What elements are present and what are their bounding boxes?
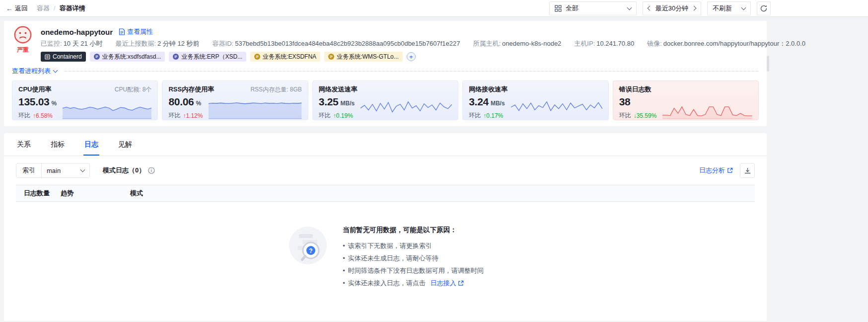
refresh-button[interactable] — [757, 1, 771, 15]
metric-card-network-receive[interactable]: 网络接收速率 3.24 MB/s 环比 ↑0.17% — [462, 80, 608, 120]
download-button[interactable] — [740, 163, 755, 178]
stat-monitored-duration: 已监控:10 天 21 小时 — [41, 39, 102, 48]
metric-unit: MB/s — [491, 100, 505, 107]
delta-label: 环比 — [18, 111, 30, 120]
business-system-tag[interactable]: 业务系统:xsdfsdfasd... — [90, 52, 165, 62]
container-icon — [45, 54, 50, 60]
add-tag-button[interactable]: + — [407, 52, 416, 61]
info-icon[interactable] — [148, 167, 155, 174]
time-prev-icon[interactable] — [648, 6, 652, 11]
column-header-pattern[interactable]: 模式 — [130, 189, 755, 198]
delta-value: ↑1.12% — [183, 112, 203, 119]
back-label: 返回 — [15, 4, 28, 13]
scrollbar-thumb[interactable] — [767, 56, 769, 72]
stat-host-ip: 主机IP:10.241.70.80 — [574, 39, 634, 48]
metric-unit: MB/s — [341, 100, 355, 107]
error-logs-sparkline-chart — [662, 98, 752, 120]
view-properties-link[interactable]: 查看属性 — [119, 27, 153, 36]
tab-insights[interactable]: 见解 — [117, 133, 133, 156]
severity-badge: 严重 — [17, 46, 29, 54]
business-system-icon — [94, 54, 100, 60]
chevron-down-icon — [80, 167, 85, 172]
sad-face-avatar-icon — [14, 26, 32, 44]
delta-value: ↑0.17% — [483, 112, 503, 119]
dotted-divider — [64, 71, 759, 72]
memory-sparkline-chart — [209, 98, 301, 120]
business-system-tag[interactable]: 业务系统:EXSDFNA — [250, 52, 320, 62]
back-button[interactable]: ← 返回 — [6, 4, 28, 13]
metric-title: 网络接收速率 — [469, 85, 507, 94]
metric-unit: % — [196, 100, 201, 107]
breadcrumb-current: 容器详情 — [60, 4, 85, 13]
metric-sublabel: RSS内存总量: 8GB — [250, 85, 301, 94]
time-range-value[interactable]: 最近30分钟 — [655, 4, 688, 13]
detail-tabs: 关系 指标 日志 见解 — [4, 133, 767, 156]
refresh-mode-value: 不刷新 — [713, 4, 738, 13]
delta-value: ↓35.59% — [634, 112, 657, 119]
metric-value: 135.03 — [18, 96, 49, 108]
svg-text:?: ? — [309, 247, 313, 254]
chevron-down-icon — [53, 68, 58, 73]
pattern-logs-table: 日志数量 趋势 模式 ? 当前暂无可用数据，可能是以下原因： — [4, 185, 767, 289]
download-icon — [744, 167, 751, 174]
metric-title: 网络发送速率 — [319, 85, 358, 94]
scope-select-value: 全部 — [566, 4, 624, 13]
cpu-sparkline-chart — [63, 98, 151, 120]
log-ingest-link[interactable]: 日志接入 — [431, 277, 464, 289]
metric-title: RSS内存使用率 — [168, 85, 214, 94]
runtime-tag[interactable]: Containerd — [41, 52, 86, 62]
network-send-sparkline-chart — [361, 98, 452, 120]
delta-label: 环比 — [319, 111, 331, 120]
metric-card-network-send[interactable]: 网络发送速率 3.25 MB/s 环比 ↑0.19% — [312, 80, 458, 120]
stat-last-report: 最近上报数据:2 分钟 12 秒前 — [115, 39, 199, 48]
entity-avatar-block: 严重 — [12, 26, 34, 62]
metric-unit: % — [51, 100, 57, 107]
empty-reason: •该索引下无数据，请更换索引 — [343, 240, 484, 252]
tab-logs[interactable]: 日志 — [83, 133, 99, 156]
pattern-logs-label: 模式日志（0） — [103, 166, 145, 175]
business-system-icon — [328, 54, 334, 60]
container-detail-card: 严重 onedemo-happytour 查看属性 已监控:10 天 21 小时 — [4, 21, 767, 126]
scope-select[interactable]: 全部 — [549, 1, 637, 15]
breadcrumb: 容器 / 容器详情 — [37, 4, 85, 13]
metric-value: 3.24 — [469, 96, 489, 108]
breadcrumb-separator: / — [54, 4, 56, 12]
page-content: 严重 onedemo-happytour 查看属性 已监控:10 天 21 小时 — [4, 21, 767, 321]
breadcrumb-parent[interactable]: 容器 — [37, 4, 50, 13]
metric-card-error-logs[interactable]: 错误日志数 38 环比 ↓35.59% — [613, 80, 759, 120]
logs-panel: 关系 指标 日志 见解 索引 main 模式日志（0） — [4, 133, 767, 321]
tab-relations[interactable]: 关系 — [16, 133, 32, 156]
back-arrow-icon: ← — [6, 4, 13, 12]
refresh-mode-select[interactable]: 不刷新 — [707, 1, 751, 15]
log-analysis-link[interactable]: 日志分析 — [699, 166, 733, 175]
entity-tags-row: Containerd 业务系统:xsdfsdfasd... 业务系统:ERP（X… — [41, 52, 759, 62]
empty-reason: •实体还未接入日志，请点击 日志接入 — [343, 277, 484, 289]
business-system-tag[interactable]: 业务系统:WMS-GTLo... — [324, 52, 403, 62]
index-select-value: main — [47, 167, 61, 174]
entity-name: onedemo-happytour — [41, 28, 113, 36]
entity-header: 严重 onedemo-happytour 查看属性 已监控:10 天 21 小时 — [12, 26, 759, 62]
time-next-icon[interactable] — [692, 6, 697, 11]
column-header-log-count[interactable]: 日志数量 — [16, 189, 61, 198]
process-list-row: 查看进程列表 — [12, 66, 759, 76]
logs-filter-row: 索引 main 模式日志（0） 日志分析 — [4, 156, 767, 184]
business-system-tag[interactable]: 业务系统:ERP（XSD... — [169, 52, 246, 62]
empty-state: ? 当前暂无可用数据，可能是以下原因： •该索引下无数据，请更换索引 •实体还未… — [16, 225, 755, 289]
index-select[interactable]: 索引 main — [16, 163, 90, 178]
external-link-icon — [458, 280, 464, 286]
empty-state-reasons: •该索引下无数据，请更换索引 •实体还未生成日志，请耐心等待 •时间筛选条件下没… — [343, 240, 484, 289]
top-bar: ← 返回 容器 / 容器详情 全部 最近30分钟 不刷新 — [0, 0, 868, 17]
delta-label: 环比 — [168, 111, 180, 120]
network-receive-sparkline-chart — [511, 98, 602, 120]
entity-info: onedemo-happytour 查看属性 已监控:10 天 21 小时 最近… — [41, 26, 759, 62]
column-header-trend[interactable]: 趋势 — [61, 189, 130, 198]
metric-title: CPU使用率 — [18, 85, 51, 94]
metric-cards-row: CPU使用率 CPU配额: 8个 135.03 % 环比 ↑6.58% — [12, 80, 759, 120]
time-range-control[interactable]: 最近30分钟 — [643, 1, 701, 15]
delta-label: 环比 — [469, 111, 481, 120]
metric-card-rss-memory[interactable]: RSS内存使用率 RSS内存总量: 8GB 80.06 % 环比 ↑1.12% — [162, 80, 308, 120]
stat-host: 所属主机:onedemo-k8s-node2 — [473, 39, 561, 48]
tab-metrics[interactable]: 指标 — [50, 133, 66, 156]
view-process-list-link[interactable]: 查看进程列表 — [12, 67, 57, 76]
metric-card-cpu-usage[interactable]: CPU使用率 CPU配额: 8个 135.03 % 环比 ↑6.58% — [12, 80, 158, 120]
